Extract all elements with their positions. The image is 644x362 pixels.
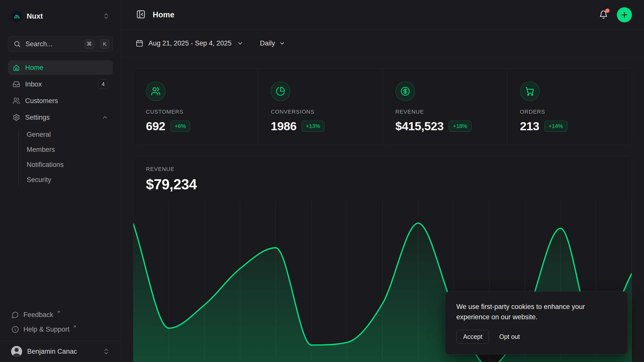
gear-icon xyxy=(13,114,20,121)
stats-row: CUSTOMERS 692 +6% CONVERSIONS 1986 +13% xyxy=(133,69,632,145)
stat-label: CONVERSIONS xyxy=(271,109,372,115)
stat-label: ORDERS xyxy=(520,109,622,115)
circle-dollar-icon xyxy=(395,81,415,101)
plus-icon xyxy=(620,11,628,19)
cookie-banner: We use first-party cookies to enhance yo… xyxy=(445,291,628,354)
chevrons-up-down-icon xyxy=(103,348,110,355)
sidebar-item-label: Settings xyxy=(25,114,50,121)
app-root: Nuxt Search... ⌘ K Home xyxy=(0,0,644,362)
notification-dot xyxy=(605,9,610,13)
workspace-switcher[interactable]: Nuxt xyxy=(8,9,113,24)
home-icon xyxy=(13,64,20,71)
external-arrow-icon xyxy=(72,325,77,329)
sidebar-item-settings[interactable]: Settings xyxy=(8,110,113,125)
stat-value: $415,523 xyxy=(395,119,444,133)
page-header: Home xyxy=(121,0,644,30)
revenue-panel-header: REVENUE $79,234 xyxy=(133,156,632,193)
stat-value: 213 xyxy=(520,119,539,133)
avatar xyxy=(11,346,22,357)
sub-item-label: Security xyxy=(27,176,51,184)
sidebar-item-inbox[interactable]: Inbox 4 xyxy=(8,77,113,92)
sidebar-item-members[interactable]: Members xyxy=(8,142,113,157)
sidebar: Nuxt Search... ⌘ K Home xyxy=(0,0,121,362)
search-input[interactable]: Search... ⌘ K xyxy=(8,36,113,52)
add-button[interactable] xyxy=(617,7,632,22)
sub-item-label: General xyxy=(27,131,51,139)
page-title: Home xyxy=(153,10,174,19)
help-support-label: Help & Support xyxy=(23,326,69,333)
users-icon xyxy=(13,97,20,105)
header-actions xyxy=(599,7,632,22)
settings-subnav: General Members Notifications Security xyxy=(8,127,113,187)
stat-value: 692 xyxy=(146,119,165,133)
stat-card-conversions[interactable]: CONVERSIONS 1986 +13% xyxy=(258,69,382,145)
message-bubble-icon xyxy=(12,311,19,319)
sub-item-label: Notifications xyxy=(27,161,64,169)
pie-chart-icon xyxy=(271,81,290,101)
sidebar-item-general[interactable]: General xyxy=(8,127,113,142)
stat-value: 1986 xyxy=(271,119,297,133)
user-menu[interactable]: Benjamin Canac xyxy=(0,341,121,362)
notifications-button[interactable] xyxy=(599,10,608,20)
sidebar-item-label: Inbox xyxy=(25,80,42,88)
date-range-label: Aug 21, 2025 - Sep 4, 2025 xyxy=(148,39,231,47)
chevrons-up-down-icon xyxy=(103,13,110,20)
user-name: Benjamin Canac xyxy=(27,348,98,355)
external-arrow-icon xyxy=(56,310,61,314)
accept-button[interactable]: Accept xyxy=(456,330,489,344)
chevron-down-icon xyxy=(279,40,285,47)
stat-label: CUSTOMERS xyxy=(146,109,248,115)
help-support-link[interactable]: Help & Support xyxy=(8,322,113,337)
kbd-meta: ⌘ xyxy=(84,39,94,49)
stat-card-orders[interactable]: ORDERS 213 +14% xyxy=(507,69,632,145)
inbox-icon xyxy=(13,80,20,88)
shopping-cart-icon xyxy=(520,81,540,101)
stat-delta-badge: +18% xyxy=(449,121,472,132)
sub-item-label: Members xyxy=(27,146,55,154)
stat-label: REVENUE xyxy=(395,109,497,115)
sidebar-item-security[interactable]: Security xyxy=(8,172,113,187)
opt-out-button[interactable]: Opt out xyxy=(499,333,520,340)
info-icon xyxy=(12,326,19,333)
search-placeholder: Search... xyxy=(25,40,78,48)
inbox-count-badge: 4 xyxy=(98,79,108,89)
interval-label: Daily xyxy=(260,39,275,47)
sidebar-nav: Home Inbox 4 Customers Settings xyxy=(8,60,113,187)
chevron-down-icon xyxy=(237,40,243,47)
calendar-icon xyxy=(136,39,143,47)
stat-card-customers[interactable]: CUSTOMERS 692 +6% xyxy=(133,69,258,145)
search-icon xyxy=(13,40,21,48)
collapse-sidebar-button[interactable] xyxy=(136,10,146,20)
sidebar-item-home[interactable]: Home xyxy=(8,60,113,75)
stat-delta-badge: +6% xyxy=(170,121,190,132)
cookie-message: We use first-party cookies to enhance yo… xyxy=(456,302,605,322)
interval-select[interactable]: Daily xyxy=(260,39,285,47)
stat-card-revenue[interactable]: REVENUE $415,523 +18% xyxy=(383,69,507,145)
stat-delta-badge: +14% xyxy=(544,121,567,132)
feedback-link[interactable]: Feedback xyxy=(8,307,113,322)
cookie-actions: Accept Opt out xyxy=(456,330,617,344)
workspace-name: Nuxt xyxy=(27,12,98,20)
filters-bar: Aug 21, 2025 - Sep 4, 2025 Daily xyxy=(121,30,644,57)
date-range-picker[interactable]: Aug 21, 2025 - Sep 4, 2025 xyxy=(136,39,243,47)
revenue-label: REVENUE xyxy=(146,166,620,172)
nuxt-logo-icon xyxy=(11,11,22,22)
sidebar-item-customers[interactable]: Customers xyxy=(8,94,113,108)
panel-left-close-icon xyxy=(136,10,146,19)
sidebar-item-label: Home xyxy=(25,64,43,72)
kbd-k: K xyxy=(100,39,109,49)
revenue-total: $79,234 xyxy=(146,176,620,193)
chevron-up-icon xyxy=(102,114,108,121)
sidebar-item-notifications[interactable]: Notifications xyxy=(8,157,113,172)
sidebar-spacer xyxy=(8,187,113,307)
users-icon xyxy=(146,81,166,101)
feedback-label: Feedback xyxy=(23,311,53,319)
sidebar-item-label: Customers xyxy=(25,97,58,105)
stat-delta-badge: +13% xyxy=(302,121,325,132)
